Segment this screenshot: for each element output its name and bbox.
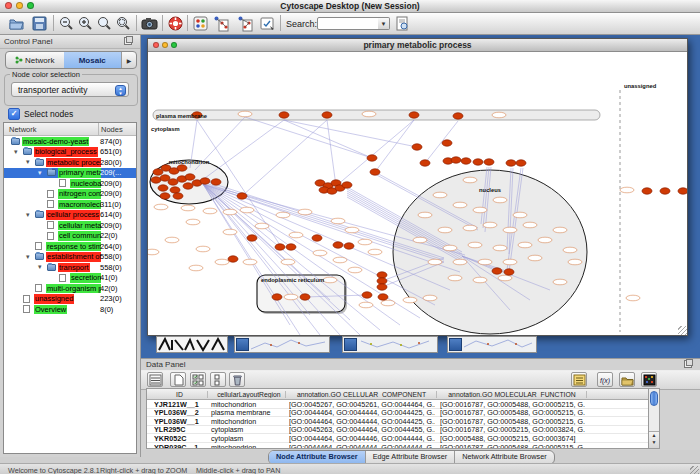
network-node[interactable] <box>678 188 687 194</box>
network-node[interactable] <box>367 155 377 161</box>
search-options-icon[interactable] <box>394 15 411 32</box>
table-column-header[interactable]: ID <box>152 391 208 398</box>
network-node[interactable] <box>200 178 210 184</box>
tab-mosaic[interactable]: Mosaic <box>64 52 122 68</box>
vizmapper-icon[interactable] <box>192 15 209 32</box>
network-node[interactable] <box>377 272 387 278</box>
tree-col-network[interactable]: Network <box>9 125 37 134</box>
search-dropdown-icon[interactable]: ▼ <box>378 17 390 30</box>
tree-row[interactable]: unassigned223(0) <box>4 294 136 305</box>
table-column-header[interactable]: _cellularLayoutRegion <box>209 391 286 398</box>
tab-network[interactable]: Network <box>6 52 64 68</box>
network-node[interactable] <box>377 284 387 290</box>
attribute-select-icon[interactable] <box>147 372 163 387</box>
background-window-thumbnail[interactable] <box>156 336 228 353</box>
network-canvas[interactable]: plasma membranecytoplasmmitochondrionnuc… <box>148 52 687 335</box>
network-node[interactable] <box>333 242 343 248</box>
app-resize-grip[interactable] <box>690 466 699 474</box>
network-window-titlebar[interactable]: primary metabolic process <box>148 39 687 52</box>
select-attributes-icon[interactable] <box>190 372 206 387</box>
table-column-header[interactable]: annotation.GO CELLULAR_COMPONENT <box>287 391 437 398</box>
network-node[interactable] <box>173 193 183 199</box>
import-attributes-icon[interactable] <box>619 372 635 387</box>
network-node[interactable] <box>279 112 289 118</box>
network-node[interactable] <box>451 157 461 163</box>
tree-row[interactable]: mosaic-demo-yeast874(0) <box>4 136 136 147</box>
select-nodes-checkbox[interactable]: ✓ <box>8 108 20 120</box>
zoom-selected-icon[interactable] <box>115 15 132 32</box>
save-session-icon[interactable] <box>31 15 48 32</box>
network-node[interactable] <box>492 268 502 274</box>
network-node[interactable] <box>370 169 380 175</box>
network-node[interactable] <box>409 112 419 118</box>
tree-row[interactable]: ▾transport558(0) <box>4 262 136 273</box>
tree-row[interactable]: ▾cellular process614(0) <box>4 210 136 221</box>
unselect-attributes-icon[interactable] <box>210 372 226 387</box>
tree-row[interactable]: cellular metabolic proc209(0) <box>4 220 136 231</box>
minimized-window-3[interactable] <box>447 336 537 353</box>
tree-row[interactable]: ▾biological_process651(0) <box>4 147 136 158</box>
network-node[interactable] <box>342 182 352 188</box>
layout-region-icon[interactable] <box>237 15 254 32</box>
network-node[interactable] <box>660 188 670 194</box>
tree-row[interactable]: ▾metabolic process280(0) <box>4 157 136 168</box>
network-view-window[interactable]: primary metabolic process plasma membran… <box>147 38 688 336</box>
zoom-out-icon[interactable] <box>58 15 75 32</box>
tree-row[interactable]: response to stimulus264(0) <box>4 241 136 252</box>
scrollbar-thumb[interactable] <box>650 391 658 406</box>
open-session-icon[interactable] <box>8 15 25 32</box>
minimized-window-2[interactable] <box>342 336 438 353</box>
network-node[interactable] <box>168 179 178 185</box>
tab-overflow-button[interactable]: ▶ <box>121 52 136 68</box>
network-node[interactable] <box>300 294 310 300</box>
tree-row[interactable]: cell communication22(0) <box>4 231 136 242</box>
network-node[interactable] <box>516 160 526 166</box>
network-node[interactable] <box>312 235 322 241</box>
tree-row[interactable]: macromolecule metabo311(0) <box>4 199 136 210</box>
network-node[interactable] <box>247 235 257 241</box>
network-node[interactable] <box>322 112 332 118</box>
tree-row[interactable]: secretion41(0) <box>4 273 136 284</box>
network-node[interactable] <box>377 278 387 284</box>
zoom-in-icon[interactable] <box>77 15 94 32</box>
network-node[interactable] <box>344 243 354 249</box>
network-node[interactable] <box>504 269 514 275</box>
table-column-header[interactable]: annotation.GO MOLECULAR_FUNCTION <box>438 391 587 398</box>
search-input[interactable] <box>317 17 383 30</box>
delete-attribute-icon[interactable] <box>229 372 245 387</box>
network-node[interactable] <box>442 140 452 146</box>
tree-row[interactable]: ▾primary metabolic process209(... <box>4 168 136 179</box>
network-node[interactable] <box>185 174 195 180</box>
expand-arrow-icon[interactable]: ▾ <box>38 262 42 272</box>
network-node[interactable] <box>158 185 168 191</box>
annotation-icon[interactable] <box>259 15 276 32</box>
tree-row[interactable]: multi-organism proces42(0) <box>4 283 136 294</box>
network-node[interactable] <box>272 294 282 300</box>
network-node[interactable] <box>362 292 372 298</box>
float-panel-icon[interactable] <box>124 37 132 45</box>
network-node[interactable] <box>237 193 247 199</box>
table-scrollbar[interactable]: ▲▼ <box>648 388 660 449</box>
window-resize-grip[interactable] <box>678 326 687 335</box>
snapshot-camera-icon[interactable] <box>141 15 158 32</box>
network-node[interactable] <box>420 160 430 166</box>
network-node[interactable] <box>453 113 463 119</box>
new-attribute-icon[interactable] <box>170 372 186 387</box>
network-node[interactable] <box>642 188 652 194</box>
function-builder-icon[interactable]: f(x) <box>597 372 613 387</box>
tree-row[interactable]: ▾establishment of locali558(0) <box>4 252 136 263</box>
expand-arrow-icon[interactable]: ▾ <box>26 252 30 262</box>
matrix-view-icon[interactable] <box>641 372 657 387</box>
node-color-select[interactable]: transporter activity ▲▼ <box>11 82 129 97</box>
network-node[interactable] <box>506 160 516 166</box>
tree-row[interactable]: Overview8(0) <box>4 304 136 315</box>
network-node[interactable] <box>473 159 483 165</box>
tree-col-nodes[interactable]: Nodes <box>101 125 123 134</box>
network-node[interactable] <box>484 159 494 165</box>
expand-arrow-icon[interactable]: ▾ <box>38 168 42 178</box>
network-node[interactable] <box>160 193 170 199</box>
network-node[interactable] <box>286 244 296 250</box>
expand-arrow-icon[interactable]: ▾ <box>26 157 30 167</box>
network-node[interactable] <box>275 244 285 250</box>
attribute-table[interactable]: ID_cellularLayoutRegionannotation.GO CEL… <box>146 388 660 449</box>
